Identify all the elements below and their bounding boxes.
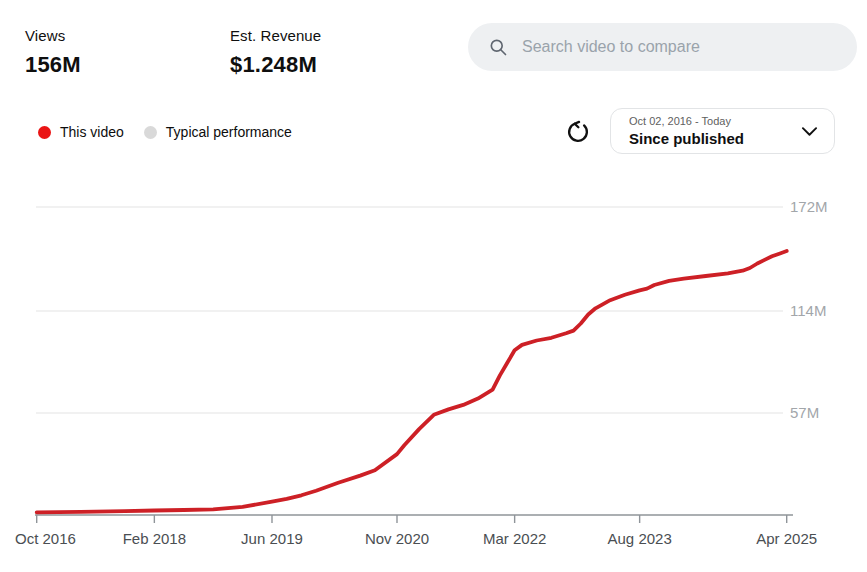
x-axis-tick-label: Apr 2025: [756, 530, 817, 547]
legend-dot: [38, 126, 51, 139]
x-axis-tick-label: Oct 2016: [15, 530, 76, 547]
x-axis-tick-label: Mar 2022: [483, 530, 546, 547]
analytics-panel: { "header": { "metrics": [ { "label": "V…: [0, 0, 867, 572]
y-axis-tick-label: 57M: [790, 404, 819, 421]
date-range-dropdown[interactable]: Oct 02, 2016 - Today Since published: [610, 108, 835, 154]
revenue-value: $1.248M: [230, 52, 321, 78]
y-axis-tick-label: 172M: [790, 198, 828, 215]
x-axis-tick-label: Feb 2018: [123, 530, 186, 547]
revenue-label: Est. Revenue: [230, 27, 321, 44]
legend-label: Typical performance: [166, 124, 292, 140]
y-axis-tick-label: 114M: [790, 302, 826, 319]
refresh-icon: [564, 118, 594, 146]
views-label: Views: [25, 27, 81, 44]
legend-dot: [144, 126, 157, 139]
x-axis-tick-label: Aug 2023: [608, 530, 672, 547]
legend-item-this-video: This video: [38, 124, 124, 140]
x-axis-tick-label: Jun 2019: [241, 530, 303, 547]
views-value: 156M: [25, 52, 81, 78]
range-label: Since published: [629, 130, 744, 147]
chart-legend: This video Typical performance: [38, 124, 292, 140]
video-compare-search[interactable]: [468, 23, 857, 71]
refresh-button[interactable]: [564, 117, 594, 147]
search-input[interactable]: [520, 37, 844, 57]
date-range-text: Oct 02, 2016 - Today: [629, 115, 744, 127]
date-range-texts: Oct 02, 2016 - Today Since published: [629, 115, 744, 147]
legend-label: This video: [60, 124, 124, 140]
metric-revenue: Est. Revenue $1.248M: [230, 27, 321, 78]
search-icon: [488, 37, 508, 57]
legend-item-typical-performance: Typical performance: [144, 124, 292, 140]
views-chart[interactable]: 172M114M57M Oct 2016Feb 2018Jun 2019Nov …: [0, 185, 867, 565]
chart-svg: [0, 185, 867, 565]
chevron-down-icon: [801, 125, 818, 137]
metric-views: Views 156M: [25, 27, 81, 78]
x-axis-tick-label: Nov 2020: [365, 530, 429, 547]
